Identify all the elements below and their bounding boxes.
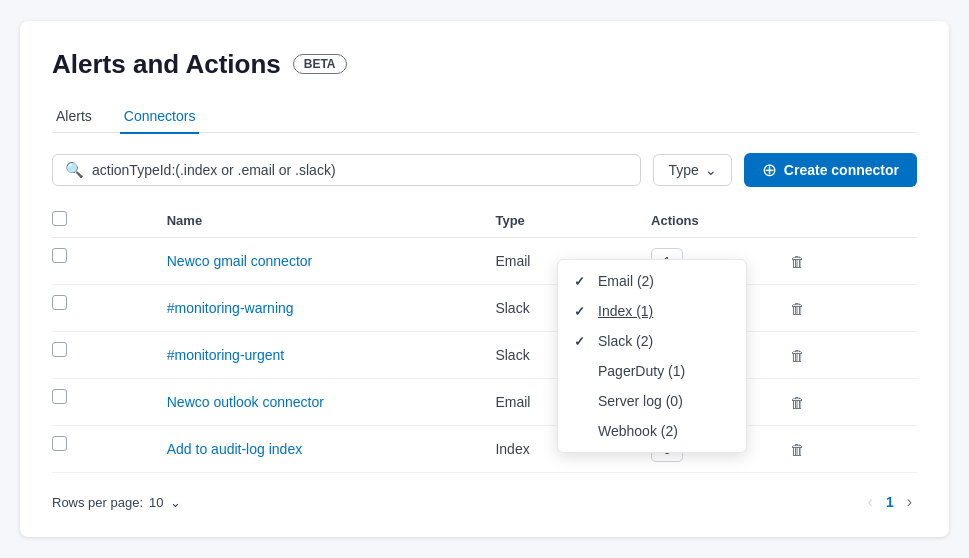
- row-checkbox[interactable]: [52, 389, 67, 404]
- dropdown-item-email[interactable]: ✓ Email (2): [558, 266, 746, 296]
- toolbar: 🔍 Type ⌄ ⊕ Create connector: [52, 153, 917, 187]
- dropdown-item-index[interactable]: ✓ Index (1): [558, 296, 746, 326]
- col-header-delete: [790, 203, 918, 238]
- col-header-actions: Actions: [651, 203, 789, 238]
- page-header: Alerts and Actions BETA: [52, 49, 917, 80]
- row-checkbox[interactable]: [52, 248, 67, 263]
- delete-icon[interactable]: 🗑: [790, 394, 805, 411]
- table-footer: Rows per page: 10 ⌄ ‹ 1 ›: [52, 491, 917, 513]
- search-box: 🔍: [52, 154, 641, 186]
- select-all-checkbox[interactable]: [52, 211, 67, 226]
- table-row: Newco outlook connector Email 0 🗑: [52, 379, 917, 426]
- row-checkbox-cell: [52, 238, 88, 273]
- table-wrap: Name Type Actions Newco gmail connector …: [52, 203, 917, 473]
- table-row: #monitoring-warning Slack 2 🗑: [52, 285, 917, 332]
- type-filter-button[interactable]: Type ⌄: [653, 154, 731, 186]
- connector-link[interactable]: Add to audit-log index: [167, 441, 302, 457]
- row-name: Newco outlook connector: [167, 379, 496, 426]
- dropdown-check-mark: ✓: [574, 274, 590, 289]
- dropdown-item-pagerduty[interactable]: PagerDuty (1): [558, 356, 746, 386]
- row-delete-cell: 🗑: [790, 379, 918, 426]
- dropdown-check-mark: ✓: [574, 334, 590, 349]
- type-filter-dropdown: ✓ Email (2) ✓ Index (1) ✓ Slack (2) Page…: [557, 259, 747, 453]
- dropdown-item-webhook[interactable]: Webhook (2): [558, 416, 746, 446]
- beta-badge: BETA: [293, 54, 347, 74]
- page-title: Alerts and Actions: [52, 49, 281, 80]
- row-checkbox-cell: [52, 332, 88, 367]
- row-checkbox-cell: [52, 285, 88, 320]
- row-name: Add to audit-log index: [167, 426, 496, 473]
- dropdown-item-label: Email (2): [598, 273, 654, 289]
- type-filter-label: Type: [668, 162, 698, 178]
- create-connector-label: Create connector: [784, 162, 899, 178]
- table-row: Newco gmail connector Email 1 🗑: [52, 238, 917, 285]
- col-header-type: Type: [495, 203, 651, 238]
- row-checkbox-cell: [52, 426, 88, 461]
- create-connector-button[interactable]: ⊕ Create connector: [744, 153, 917, 187]
- tab-alerts[interactable]: Alerts: [52, 100, 96, 134]
- delete-icon[interactable]: 🗑: [790, 300, 805, 317]
- prev-page-button[interactable]: ‹: [863, 491, 878, 513]
- dropdown-item-serverlog[interactable]: Server log (0): [558, 386, 746, 416]
- rows-per-page[interactable]: Rows per page: 10 ⌄: [52, 495, 181, 510]
- dropdown-item-label: Server log (0): [598, 393, 683, 409]
- connectors-table: Name Type Actions Newco gmail connector …: [52, 203, 917, 473]
- col-header-name: Name: [167, 203, 496, 238]
- chevron-down-icon: ⌄: [705, 162, 717, 178]
- dropdown-item-slack[interactable]: ✓ Slack (2): [558, 326, 746, 356]
- row-delete-cell: 🗑: [790, 285, 918, 332]
- table-row: #monitoring-urgent Slack 0 🗑: [52, 332, 917, 379]
- page-container: Alerts and Actions BETA Alerts Connector…: [20, 21, 949, 538]
- row-delete-cell: 🗑: [790, 238, 918, 285]
- row-delete-cell: 🗑: [790, 332, 918, 379]
- row-checkbox[interactable]: [52, 295, 67, 310]
- tab-connectors[interactable]: Connectors: [120, 100, 200, 134]
- rows-per-page-value: 10: [149, 495, 163, 510]
- plus-circle-icon: ⊕: [762, 161, 777, 179]
- current-page: 1: [886, 494, 894, 510]
- dropdown-item-label: Index (1): [598, 303, 653, 319]
- row-checkbox[interactable]: [52, 436, 67, 451]
- table-row: Add to audit-log index Index 0 🗑: [52, 426, 917, 473]
- pagination: ‹ 1 ›: [863, 491, 917, 513]
- connector-link[interactable]: #monitoring-warning: [167, 300, 294, 316]
- delete-icon[interactable]: 🗑: [790, 441, 805, 458]
- dropdown-item-label: Webhook (2): [598, 423, 678, 439]
- dropdown-check-mark: ✓: [574, 304, 590, 319]
- connector-link[interactable]: Newco gmail connector: [167, 253, 313, 269]
- connector-link[interactable]: Newco outlook connector: [167, 394, 324, 410]
- dropdown-item-label: PagerDuty (1): [598, 363, 685, 379]
- next-page-button[interactable]: ›: [902, 491, 917, 513]
- row-name: Newco gmail connector: [167, 238, 496, 285]
- row-checkbox[interactable]: [52, 342, 67, 357]
- row-checkbox-cell: [52, 379, 88, 414]
- search-icon: 🔍: [65, 161, 84, 179]
- search-input[interactable]: [92, 162, 628, 178]
- connector-link[interactable]: #monitoring-urgent: [167, 347, 285, 363]
- dropdown-item-label: Slack (2): [598, 333, 653, 349]
- row-name: #monitoring-urgent: [167, 332, 496, 379]
- tabs-bar: Alerts Connectors: [52, 100, 917, 134]
- row-name: #monitoring-warning: [167, 285, 496, 332]
- delete-icon[interactable]: 🗑: [790, 253, 805, 270]
- delete-icon[interactable]: 🗑: [790, 347, 805, 364]
- rows-per-page-label: Rows per page:: [52, 495, 143, 510]
- rows-per-page-chevron-icon: ⌄: [170, 495, 181, 510]
- row-delete-cell: 🗑: [790, 426, 918, 473]
